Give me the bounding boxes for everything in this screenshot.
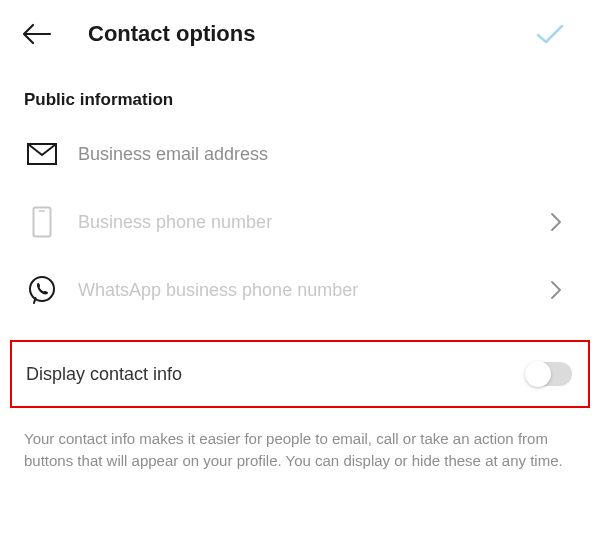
svg-rect-1 (34, 208, 51, 237)
header: Contact options (0, 0, 600, 68)
footer-description: Your contact info makes it easier for pe… (0, 418, 600, 472)
toggle-knob (525, 361, 551, 387)
display-contact-info-toggle[interactable] (526, 362, 572, 386)
display-contact-info-row: Display contact info (10, 340, 590, 408)
arrow-left-icon (22, 23, 52, 45)
check-icon (535, 23, 565, 45)
option-label: Business email address (78, 144, 576, 165)
email-icon (24, 136, 60, 172)
option-business-phone[interactable]: Business phone number (0, 188, 600, 256)
toggle-label: Display contact info (26, 364, 526, 385)
option-whatsapp[interactable]: WhatsApp business phone number (0, 256, 600, 324)
option-label: WhatsApp business phone number (78, 280, 546, 301)
section-title: Public information (0, 68, 600, 120)
option-label: Business phone number (78, 212, 546, 233)
chevron-right-icon (546, 280, 566, 300)
confirm-button[interactable] (534, 18, 566, 50)
whatsapp-icon (24, 272, 60, 308)
chevron-right-icon (546, 212, 566, 232)
option-business-email[interactable]: Business email address (0, 120, 600, 188)
svg-point-3 (30, 277, 54, 301)
back-button[interactable] (22, 20, 58, 48)
page-title: Contact options (88, 21, 534, 47)
phone-icon (24, 204, 60, 240)
